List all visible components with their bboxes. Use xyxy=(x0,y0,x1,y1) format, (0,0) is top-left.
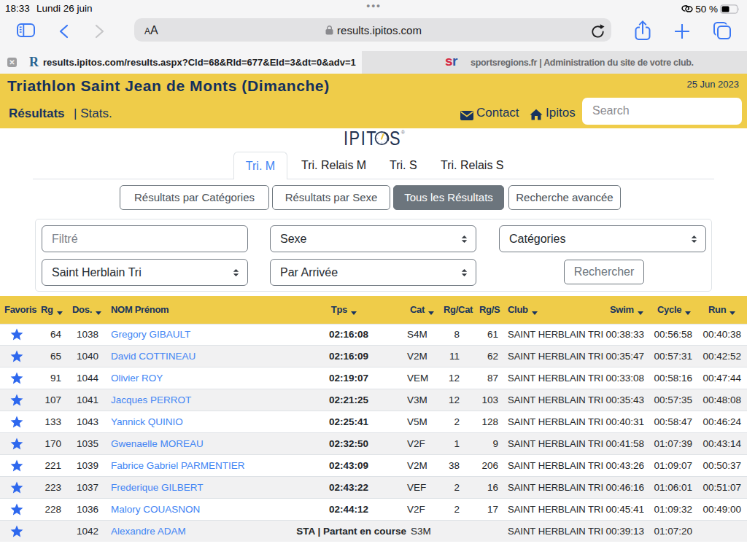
svg-text:IPIT: IPIT xyxy=(344,127,377,149)
svg-text:®: ® xyxy=(401,130,405,135)
svg-text:S: S xyxy=(390,127,401,149)
